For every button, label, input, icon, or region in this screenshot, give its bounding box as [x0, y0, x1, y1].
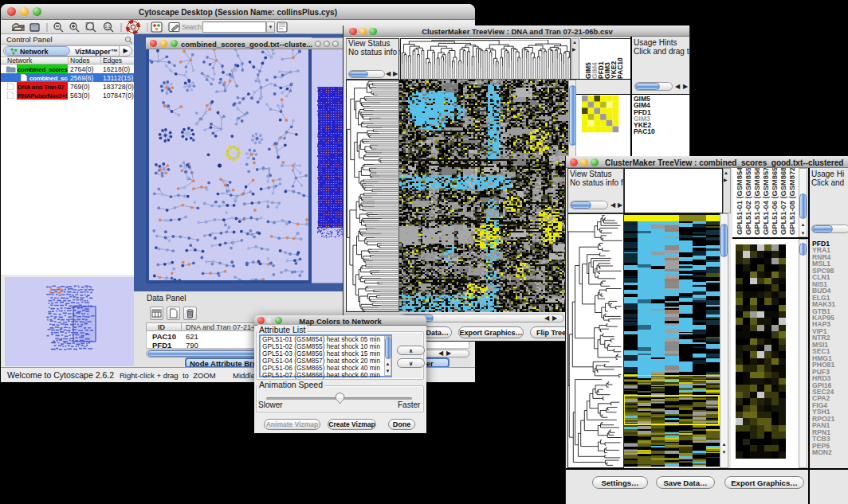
- svg-text:1:1: 1:1: [105, 24, 111, 29]
